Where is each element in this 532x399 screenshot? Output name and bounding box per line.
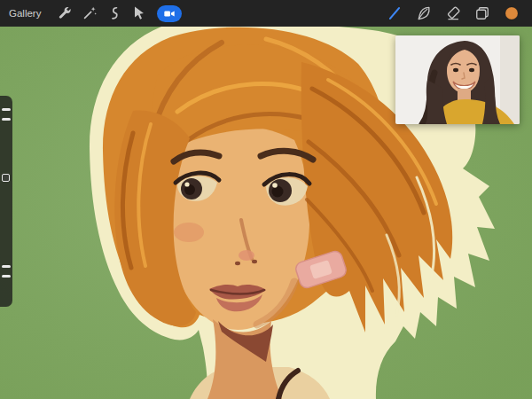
selection-icon[interactable] [103, 2, 126, 25]
magic-wand-icon [81, 4, 98, 22]
ref-eye-right [469, 68, 474, 72]
actions-wrench-icon[interactable] [53, 2, 76, 25]
opacity-handle-grip [2, 275, 11, 278]
reference-photo-image [395, 35, 520, 124]
transform-arrow-icon[interactable] [128, 2, 151, 25]
nostril-right [252, 260, 257, 263]
blush-left [174, 223, 204, 242]
brush-size-handle[interactable] [2, 108, 11, 111]
eraser-button[interactable] [442, 2, 465, 25]
smudge-button[interactable] [412, 2, 435, 25]
reference-photo-overlay[interactable] [395, 35, 520, 124]
pupil-right [272, 186, 284, 198]
active-color-dot [503, 4, 520, 22]
layers-button[interactable] [471, 2, 494, 25]
video-record-button[interactable] [157, 5, 182, 22]
wrench-icon [56, 4, 74, 22]
color-swatch-button[interactable] [500, 2, 523, 25]
eraser-icon [444, 4, 462, 22]
gallery-button[interactable]: Gallery [9, 8, 51, 19]
procreate-app: Gallery [0, 0, 532, 399]
modify-button[interactable] [2, 174, 10, 182]
paint-brush-button[interactable] [383, 2, 406, 25]
brush-size-handle-grip [2, 118, 11, 121]
adjustments-wand-icon[interactable] [78, 2, 101, 25]
glint-left [184, 182, 189, 186]
toolbar-right-group [383, 2, 532, 25]
brush-stroke-icon [386, 4, 403, 22]
cursor-arrow-icon [130, 4, 148, 22]
layers-icon [473, 4, 491, 22]
glint-right [272, 183, 278, 188]
feather-icon [415, 4, 433, 22]
nose-tip-blush [239, 250, 254, 261]
opacity-slider[interactable] [0, 209, 12, 307]
opacity-handle[interactable] [2, 265, 11, 268]
video-camera-icon [162, 8, 176, 20]
ref-eye-left [453, 68, 458, 72]
top-toolbar: Gallery [0, 0, 532, 27]
selection-s-icon [106, 4, 123, 22]
sidebar-sliders [0, 96, 12, 307]
toolbar-left-group: Gallery [0, 2, 182, 25]
nostril-left [235, 262, 240, 265]
